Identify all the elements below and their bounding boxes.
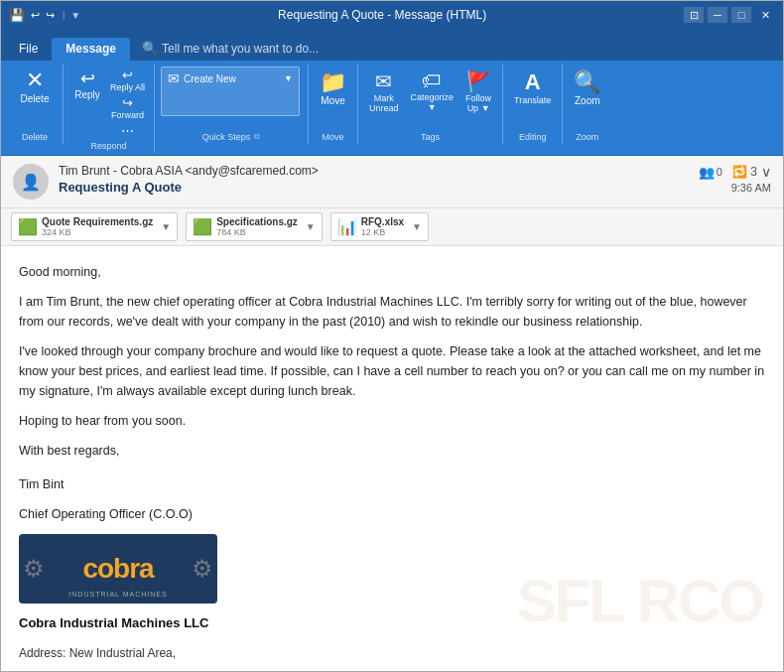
delete-button[interactable]: ✕ Delete xyxy=(13,67,57,107)
attachment-3-dropdown[interactable]: ▼ xyxy=(412,221,422,232)
email-time: 9:36 AM xyxy=(731,182,771,194)
quicksteps-expand-icon[interactable]: ⧉ xyxy=(254,132,260,142)
move-group-label: Move xyxy=(323,130,344,142)
undo-icon[interactable]: ↩ xyxy=(31,9,40,22)
attachment-3-name: RFQ.xlsx xyxy=(361,216,404,227)
attachment-2-name: Specifications.gz xyxy=(216,216,298,227)
person-count: 👥 0 xyxy=(699,165,722,180)
attachment-2-size: 784 KB xyxy=(216,227,298,237)
attachment-2[interactable]: 🟩 Specifications.gz 784 KB ▼ xyxy=(186,212,323,241)
attachment-1-name: Quote Requirements.gz xyxy=(42,216,153,227)
email-content-area: 👤 Tim Brunt - Cobra ASIA <andy@sfcaremed… xyxy=(1,156,783,672)
translate-button[interactable]: A Translate xyxy=(509,67,556,108)
email-from: Tim Brunt - Cobra ASIA <andy@sfcaremed.c… xyxy=(59,164,689,178)
attachment-1-icon: 🟩 xyxy=(18,217,38,236)
reply-icon: ↩ xyxy=(80,69,95,87)
quicksteps-content: ✉ Create New ▼ xyxy=(161,67,302,128)
forward-button[interactable]: ↪ Forward xyxy=(107,94,148,121)
gear-left-icon: ⚙ xyxy=(23,550,45,588)
maximize-button[interactable]: □ xyxy=(731,7,751,23)
sender-avatar: 👤 xyxy=(13,164,49,200)
customize-icon[interactable]: ▼ xyxy=(70,10,80,21)
email-header: 👤 Tim Brunt - Cobra ASIA <andy@sfcaremed… xyxy=(1,156,783,208)
attachments-bar: 🟩 Quote Requirements.gz 324 KB ▼ 🟩 Speci… xyxy=(1,208,783,246)
attachment-3[interactable]: 📊 RFQ.xlsx 12 KB ▼ xyxy=(330,212,429,241)
people-icon: 👥 xyxy=(699,165,715,180)
tab-bar: File Message 🔍 Tell me what you want to … xyxy=(1,29,783,61)
attachment-3-info: RFQ.xlsx 12 KB xyxy=(361,216,404,237)
reply-count: 🔁 3 xyxy=(732,165,757,179)
attachment-2-dropdown[interactable]: ▼ xyxy=(306,221,316,232)
attachment-2-icon: 🟩 xyxy=(193,217,212,236)
attachment-1-dropdown[interactable]: ▼ xyxy=(161,221,171,232)
greeting: Good morning, xyxy=(19,262,765,282)
email-header-icons: 👥 0 🔁 3 ∨ xyxy=(699,164,771,180)
ribbon-group-editing: A Translate Editing xyxy=(503,65,563,144)
editing-group-label: Editing xyxy=(519,130,547,142)
attachment-1-size: 324 KB xyxy=(42,227,153,237)
save-icon[interactable]: 💾 xyxy=(9,8,25,23)
restore-button[interactable]: ⊡ xyxy=(684,7,704,23)
reply-all-button[interactable]: ↩ Reply All xyxy=(107,67,148,93)
redo-icon[interactable]: ↪ xyxy=(46,9,55,22)
tags-group-label: Tags xyxy=(421,130,440,142)
categorize-button[interactable]: 🏷 Categorize▼ xyxy=(406,67,459,115)
follow-up-button[interactable]: 🚩 FollowUp ▼ xyxy=(460,67,496,116)
tab-message[interactable]: Message xyxy=(52,38,130,61)
delete-group-label: Delete xyxy=(22,130,48,142)
move-button[interactable]: 📁 Move xyxy=(315,67,351,109)
editing-group-buttons: A Translate xyxy=(509,67,556,130)
quicksteps-group-label: Quick Steps xyxy=(202,130,251,142)
email-subject: Requesting A Quote xyxy=(59,180,689,195)
translate-icon: A xyxy=(525,69,541,95)
email-header-info: Tim Brunt - Cobra ASIA <andy@sfcaremed.c… xyxy=(59,164,689,195)
attachment-2-info: Specifications.gz 784 KB xyxy=(216,216,298,237)
reply-button[interactable]: ↩ Reply xyxy=(69,67,105,103)
email-header-right: 👥 0 🔁 3 ∨ 9:36 AM xyxy=(699,164,771,194)
delete-icon: ✕ xyxy=(26,69,44,91)
paragraph2: I've looked through your company brochur… xyxy=(19,341,765,401)
mark-unread-icon: ✉ xyxy=(375,69,392,93)
sig-company: Cobra Industrial Machines LLC xyxy=(19,613,765,634)
forward-icon: ↪ xyxy=(122,95,133,110)
paragraph1: I am Tim Brunt, the new chief operating … xyxy=(19,292,765,332)
zoom-group-label: Zoom xyxy=(576,130,598,142)
quickstep-create-icon: ✉ xyxy=(168,70,180,86)
ribbon-group-respond: ↩ Reply ↩ Reply All ↪ Forward ⋯ Respond xyxy=(64,65,155,153)
attachment-1-info: Quote Requirements.gz 324 KB xyxy=(42,216,153,237)
categorize-icon: 🏷 xyxy=(422,69,442,92)
closing2: With best regards, xyxy=(19,441,765,461)
move-group-buttons: 📁 Move xyxy=(315,67,351,130)
follow-up-icon: 🚩 xyxy=(466,69,491,93)
zoom-button[interactable]: 🔍 Zoom xyxy=(569,67,605,109)
attachment-3-size: 12 KB xyxy=(361,227,404,237)
tab-file[interactable]: File xyxy=(5,38,52,61)
attachment-1[interactable]: 🟩 Quote Requirements.gz 324 KB ▼ xyxy=(11,212,178,241)
follow-up-label: FollowUp ▼ xyxy=(465,93,491,113)
respond-small-buttons: ↩ Reply All ↪ Forward ⋯ xyxy=(107,67,148,139)
expand-email-button[interactable]: ∨ xyxy=(761,164,771,180)
sig-name: Tim Bint xyxy=(19,474,765,494)
window-title: Requesting A Quote - Message (HTML) xyxy=(278,8,486,22)
email-signature: Tim Bint Chief Operating Officer (C.O.O)… xyxy=(19,474,765,672)
mark-unread-label: MarkUnread xyxy=(369,93,399,113)
translate-label: Translate xyxy=(514,95,551,105)
ribbon-group-move: 📁 Move Move xyxy=(309,65,358,144)
attachment-3-icon: 📊 xyxy=(337,217,357,236)
reply-all-icon: ↩ xyxy=(122,67,133,82)
close-button[interactable]: ✕ xyxy=(755,7,775,23)
title-bar-left: 💾 ↩ ↪ | ▼ xyxy=(9,8,80,23)
ribbon-group-delete: ✕ Delete Delete xyxy=(7,65,64,144)
tab-tell-me[interactable]: 🔍 Tell me what you want to do... xyxy=(130,37,330,61)
window-controls: ⊡ ─ □ ✕ xyxy=(684,7,775,23)
mark-unread-button[interactable]: ✉ MarkUnread xyxy=(364,67,404,116)
reply-all-label: Reply All xyxy=(110,82,145,92)
minimize-button[interactable]: ─ xyxy=(708,7,727,23)
respond-group-label: Respond xyxy=(90,139,126,151)
categorize-label: Categorize▼ xyxy=(411,92,455,112)
ribbon-group-tags: ✉ MarkUnread 🏷 Categorize▼ 🚩 FollowUp ▼ … xyxy=(358,65,503,144)
reply-label: Reply xyxy=(74,89,100,100)
more-respond-button[interactable]: ⋯ xyxy=(107,122,148,139)
quickstep-create-new[interactable]: ✉ Create New ▼ xyxy=(166,69,295,87)
gear-right-icon: ⚙ xyxy=(192,550,213,588)
